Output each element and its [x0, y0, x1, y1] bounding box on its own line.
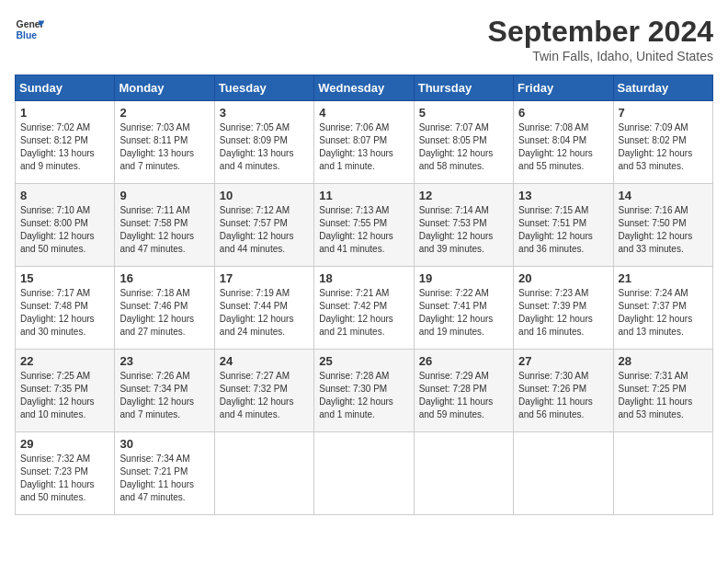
day-number: 9	[119, 189, 209, 202]
day-number: 8	[20, 189, 109, 202]
weekday-header-saturday: Saturday	[613, 75, 712, 101]
calendar-week-row: 8Sunrise: 7:10 AM Sunset: 8:00 PM Daylig…	[16, 184, 713, 267]
day-info: Sunrise: 7:18 AM Sunset: 7:46 PM Dayligh…	[119, 287, 209, 339]
day-info: Sunrise: 7:34 AM Sunset: 7:21 PM Dayligh…	[119, 453, 209, 504]
day-info: Sunrise: 7:27 AM Sunset: 7:32 PM Dayligh…	[220, 370, 309, 421]
day-info: Sunrise: 7:03 AM Sunset: 8:11 PM Dayligh…	[119, 121, 209, 173]
day-number: 22	[20, 354, 109, 368]
day-number: 18	[319, 271, 408, 285]
day-info: Sunrise: 7:30 AM Sunset: 7:26 PM Dayligh…	[518, 370, 608, 421]
calendar-cell: 23Sunrise: 7:26 AM Sunset: 7:34 PM Dayli…	[115, 350, 214, 432]
page-header: General Blue September 2024 Twin Falls, …	[15, 15, 713, 63]
day-info: Sunrise: 7:25 AM Sunset: 7:35 PM Dayligh…	[20, 370, 109, 421]
day-info: Sunrise: 7:14 AM Sunset: 7:53 PM Dayligh…	[419, 204, 508, 256]
day-info: Sunrise: 7:17 AM Sunset: 7:48 PM Dayligh…	[20, 287, 109, 339]
weekday-header-row: SundayMondayTuesdayWednesdayThursdayFrid…	[16, 75, 713, 101]
day-number: 29	[20, 437, 109, 451]
month-title: September 2024	[488, 15, 713, 49]
day-info: Sunrise: 7:08 AM Sunset: 8:04 PM Dayligh…	[518, 121, 608, 173]
day-number: 19	[419, 271, 508, 285]
calendar-cell: 7Sunrise: 7:09 AM Sunset: 8:02 PM Daylig…	[613, 101, 712, 184]
logo: General Blue	[15, 15, 44, 44]
calendar-cell: 29Sunrise: 7:32 AM Sunset: 7:23 PM Dayli…	[16, 432, 115, 515]
calendar-cell: 3Sunrise: 7:05 AM Sunset: 8:09 PM Daylig…	[214, 101, 313, 184]
calendar-table: SundayMondayTuesdayWednesdayThursdayFrid…	[15, 75, 713, 515]
day-info: Sunrise: 7:22 AM Sunset: 7:41 PM Dayligh…	[419, 287, 508, 339]
calendar-cell: 30Sunrise: 7:34 AM Sunset: 7:21 PM Dayli…	[115, 432, 214, 515]
day-info: Sunrise: 7:06 AM Sunset: 8:07 PM Dayligh…	[319, 121, 408, 173]
calendar-week-row: 1Sunrise: 7:02 AM Sunset: 8:12 PM Daylig…	[16, 101, 713, 184]
calendar-cell: 20Sunrise: 7:23 AM Sunset: 7:39 PM Dayli…	[514, 267, 613, 350]
day-info: Sunrise: 7:24 AM Sunset: 7:37 PM Dayligh…	[619, 287, 708, 339]
day-info: Sunrise: 7:12 AM Sunset: 7:57 PM Dayligh…	[220, 204, 309, 256]
day-number: 26	[419, 354, 508, 368]
day-info: Sunrise: 7:21 AM Sunset: 7:42 PM Dayligh…	[319, 287, 408, 339]
weekday-header-sunday: Sunday	[16, 75, 115, 101]
day-info: Sunrise: 7:05 AM Sunset: 8:09 PM Dayligh…	[220, 121, 309, 173]
day-number: 14	[619, 189, 708, 202]
calendar-cell: 18Sunrise: 7:21 AM Sunset: 7:42 PM Dayli…	[314, 267, 414, 350]
day-number: 23	[119, 354, 209, 368]
calendar-cell: 12Sunrise: 7:14 AM Sunset: 7:53 PM Dayli…	[414, 184, 513, 267]
calendar-cell: 10Sunrise: 7:12 AM Sunset: 7:57 PM Dayli…	[214, 184, 313, 267]
day-info: Sunrise: 7:10 AM Sunset: 8:00 PM Dayligh…	[20, 204, 109, 256]
day-info: Sunrise: 7:31 AM Sunset: 7:25 PM Dayligh…	[619, 370, 708, 421]
day-info: Sunrise: 7:11 AM Sunset: 7:58 PM Dayligh…	[119, 204, 209, 256]
day-number: 20	[518, 271, 608, 285]
title-block: September 2024 Twin Falls, Idaho, United…	[488, 15, 713, 63]
location-subtitle: Twin Falls, Idaho, United States	[488, 49, 713, 63]
day-number: 6	[518, 106, 608, 120]
day-number: 7	[619, 106, 708, 120]
calendar-week-row: 29Sunrise: 7:32 AM Sunset: 7:23 PM Dayli…	[16, 432, 713, 515]
day-number: 16	[119, 271, 209, 285]
day-number: 4	[319, 106, 408, 120]
calendar-cell: 4Sunrise: 7:06 AM Sunset: 8:07 PM Daylig…	[314, 101, 414, 184]
calendar-cell: 11Sunrise: 7:13 AM Sunset: 7:55 PM Dayli…	[314, 184, 414, 267]
day-number: 24	[220, 354, 309, 368]
calendar-cell: 26Sunrise: 7:29 AM Sunset: 7:28 PM Dayli…	[414, 350, 513, 432]
calendar-cell: 8Sunrise: 7:10 AM Sunset: 8:00 PM Daylig…	[16, 184, 115, 267]
day-number: 11	[319, 189, 408, 202]
day-info: Sunrise: 7:23 AM Sunset: 7:39 PM Dayligh…	[518, 287, 608, 339]
calendar-cell: 28Sunrise: 7:31 AM Sunset: 7:25 PM Dayli…	[613, 350, 712, 432]
calendar-cell: 5Sunrise: 7:07 AM Sunset: 8:05 PM Daylig…	[414, 101, 513, 184]
day-info: Sunrise: 7:29 AM Sunset: 7:28 PM Dayligh…	[419, 370, 508, 421]
weekday-header-monday: Monday	[115, 75, 214, 101]
logo-icon: General Blue	[15, 15, 44, 44]
day-info: Sunrise: 7:15 AM Sunset: 7:51 PM Dayligh…	[518, 204, 608, 256]
calendar-week-row: 22Sunrise: 7:25 AM Sunset: 7:35 PM Dayli…	[16, 350, 713, 432]
day-number: 30	[119, 437, 209, 451]
day-info: Sunrise: 7:13 AM Sunset: 7:55 PM Dayligh…	[319, 204, 408, 256]
day-number: 28	[619, 354, 708, 368]
day-info: Sunrise: 7:32 AM Sunset: 7:23 PM Dayligh…	[20, 453, 109, 504]
day-info: Sunrise: 7:09 AM Sunset: 8:02 PM Dayligh…	[619, 121, 708, 173]
weekday-header-thursday: Thursday	[414, 75, 513, 101]
calendar-cell: 19Sunrise: 7:22 AM Sunset: 7:41 PM Dayli…	[414, 267, 513, 350]
calendar-cell: 2Sunrise: 7:03 AM Sunset: 8:11 PM Daylig…	[115, 101, 214, 184]
calendar-cell: 22Sunrise: 7:25 AM Sunset: 7:35 PM Dayli…	[16, 350, 115, 432]
day-info: Sunrise: 7:26 AM Sunset: 7:34 PM Dayligh…	[119, 370, 209, 421]
day-number: 12	[419, 189, 508, 202]
day-info: Sunrise: 7:02 AM Sunset: 8:12 PM Dayligh…	[20, 121, 109, 173]
day-info: Sunrise: 7:07 AM Sunset: 8:05 PM Dayligh…	[419, 121, 508, 173]
calendar-cell: 13Sunrise: 7:15 AM Sunset: 7:51 PM Dayli…	[514, 184, 613, 267]
day-number: 15	[20, 271, 109, 285]
calendar-cell	[414, 432, 513, 515]
svg-text:Blue: Blue	[17, 30, 38, 40]
day-number: 13	[518, 189, 608, 202]
weekday-header-tuesday: Tuesday	[214, 75, 313, 101]
day-info: Sunrise: 7:28 AM Sunset: 7:30 PM Dayligh…	[319, 370, 408, 421]
calendar-cell: 6Sunrise: 7:08 AM Sunset: 8:04 PM Daylig…	[514, 101, 613, 184]
day-number: 1	[20, 106, 109, 120]
day-number: 10	[220, 189, 309, 202]
day-number: 5	[419, 106, 508, 120]
calendar-cell: 24Sunrise: 7:27 AM Sunset: 7:32 PM Dayli…	[214, 350, 313, 432]
weekday-header-friday: Friday	[514, 75, 613, 101]
day-number: 17	[220, 271, 309, 285]
calendar-cell: 1Sunrise: 7:02 AM Sunset: 8:12 PM Daylig…	[16, 101, 115, 184]
day-number: 2	[119, 106, 209, 120]
day-number: 25	[319, 354, 408, 368]
calendar-cell	[514, 432, 613, 515]
calendar-week-row: 15Sunrise: 7:17 AM Sunset: 7:48 PM Dayli…	[16, 267, 713, 350]
calendar-cell	[314, 432, 414, 515]
